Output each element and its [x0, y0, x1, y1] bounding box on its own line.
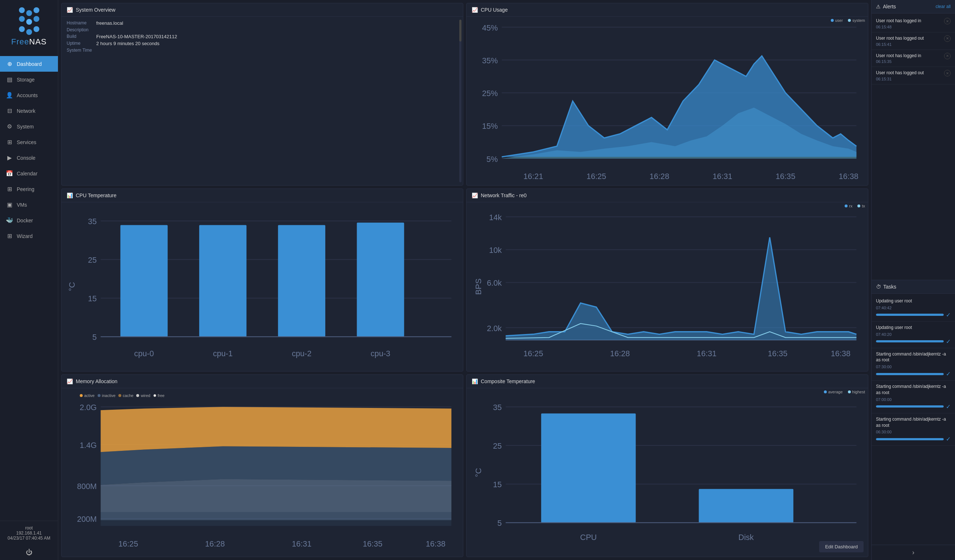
cpu-temp-chart: °C 35 25 15 5: [65, 204, 459, 369]
svg-text:cpu-2: cpu-2: [292, 349, 312, 359]
svg-marker-64: [100, 407, 451, 452]
alert-close-button[interactable]: ✕: [944, 35, 950, 42]
svg-text:°C: °C: [67, 282, 76, 291]
legend-system: system: [848, 18, 865, 23]
svg-text:14k: 14k: [489, 213, 502, 222]
composite-temperature-title: Composite Temperature: [481, 378, 535, 384]
cpu-chart-icon: 📈: [472, 7, 478, 13]
network-chart: BPS 14k 10k 6.0k 2.0k: [470, 204, 864, 369]
svg-text:5: 5: [92, 332, 97, 342]
task-description: Starting command /sbin/adjkerntz -a as r…: [876, 384, 950, 396]
alert-time: 06:15:31: [876, 77, 942, 81]
system-time-value: [96, 48, 458, 53]
network-traffic-body: rx tx BPS 14k 10k 6.0k 2.0k: [467, 202, 868, 371]
services-icon: ⊞: [6, 139, 13, 145]
memory-allocation-header: 📈 Memory Allocation: [61, 375, 463, 388]
svg-text:16:35: 16:35: [363, 539, 382, 548]
sidebar-item-network[interactable]: ⊟ Network: [0, 103, 58, 119]
tasks-section: ⏱ Tasks Updating user root 07:40:42 ✓ Up…: [872, 280, 955, 560]
cpu-temperature-body: °C 35 25 15 5: [61, 202, 463, 371]
sidebar-item-system-label: System: [17, 124, 34, 129]
svg-text:2.0G: 2.0G: [80, 402, 97, 412]
sidebar-item-wizard-label: Wizard: [17, 233, 33, 239]
sidebar-item-storage[interactable]: ▤ Storage: [0, 72, 58, 87]
sidebar-item-console-label: Console: [17, 155, 35, 161]
alert-content: User root has logged in 06:15:35: [876, 53, 942, 64]
svg-text:16:38: 16:38: [426, 539, 445, 548]
composite-temperature-body: average highest °C 35 25 15 5: [467, 388, 868, 557]
task-description: Updating user root: [876, 324, 950, 331]
task-time: 06:30:00: [876, 430, 950, 434]
svg-rect-79: [541, 413, 636, 523]
clear-all-button[interactable]: clear all: [936, 4, 950, 9]
sidebar-item-docker[interactable]: 🐳 Docker: [0, 212, 58, 228]
network-traffic-widget: 📈 Network Traffic - re0 rx tx BPS: [466, 189, 868, 371]
logo-dots: [11, 7, 47, 35]
network-icon: ⊟: [6, 107, 13, 114]
sidebar-item-accounts[interactable]: 👤 Accounts: [0, 87, 58, 103]
svg-marker-17: [502, 56, 857, 157]
sidebar-item-vms[interactable]: ▣ VMs: [0, 197, 58, 212]
svg-text:16:31: 16:31: [697, 349, 716, 359]
task-check-icon: ✓: [946, 338, 950, 345]
svg-text:5%: 5%: [486, 154, 498, 164]
sidebar-item-dashboard-label: Dashboard: [17, 61, 42, 67]
svg-text:16:35: 16:35: [768, 349, 787, 359]
alert-close-button[interactable]: ✕: [944, 18, 950, 24]
build-value: FreeNAS-10-MASTER-201703142112: [96, 34, 458, 39]
svg-text:16:21: 16:21: [523, 172, 543, 181]
svg-text:16:28: 16:28: [650, 172, 669, 181]
memory-chart-icon: 📈: [67, 378, 73, 384]
sidebar-item-dashboard[interactable]: ⊕ Dashboard: [0, 56, 58, 72]
alert-close-button[interactable]: ✕: [944, 70, 950, 76]
system-overview-scrollbar[interactable]: [459, 20, 462, 182]
logo-text: FreeNAS: [11, 37, 47, 47]
svg-text:25: 25: [493, 441, 502, 451]
sidebar-item-peering[interactable]: ⊞ Peering: [0, 181, 58, 197]
wizard-icon: ⊞: [6, 232, 13, 239]
sidebar-item-calendar[interactable]: 📅 Calendar: [0, 165, 58, 181]
svg-marker-63: [100, 446, 451, 485]
system-overview-body: Hostname freenas.local Description Build…: [61, 17, 463, 185]
progress-bar: [876, 438, 944, 440]
composite-temperature-header: 📊 Composite Temperature: [467, 375, 868, 388]
svg-text:16:31: 16:31: [712, 172, 732, 181]
sidebar-item-system[interactable]: ⚙ System: [0, 119, 58, 134]
logo: FreeNAS: [8, 4, 51, 50]
chart-line-icon: 📈: [67, 7, 73, 13]
alerts-list: User root has logged in 06:15:48 ✕ User …: [872, 14, 955, 280]
task-item: Updating user root 07:40:42 ✓: [872, 295, 955, 322]
svg-text:1.4G: 1.4G: [80, 440, 97, 450]
system-icon: ⚙: [6, 123, 13, 130]
peering-icon: ⊞: [6, 186, 13, 192]
memory-allocation-title: Memory Allocation: [76, 378, 117, 384]
alert-item: User root has logged out 06:15:41 ✕: [872, 33, 955, 50]
svg-text:BPS: BPS: [474, 278, 483, 295]
svg-text:5: 5: [498, 518, 502, 528]
alert-close-button[interactable]: ✕: [944, 53, 950, 59]
sidebar-item-services[interactable]: ⊞ Services: [0, 134, 58, 150]
svg-text:16:38: 16:38: [831, 349, 850, 359]
user-datetime: 04/23/17 07:40:45 AM: [5, 536, 53, 541]
edit-dashboard-button[interactable]: Edit Dashboard: [819, 541, 864, 552]
progress-bar: [876, 314, 944, 316]
svg-rect-27: [120, 225, 168, 337]
task-time: 07:30:00: [876, 365, 950, 369]
storage-icon: ▤: [6, 76, 13, 83]
sidebar-item-accounts-label: Accounts: [17, 92, 38, 98]
cpu-usage-title: CPU Usage: [481, 7, 508, 13]
composite-temperature-widget: 📊 Composite Temperature average highest …: [466, 374, 868, 557]
svg-text:16:35: 16:35: [776, 172, 795, 181]
alert-time: 06:15:35: [876, 59, 942, 64]
task-item: Starting command /sbin/adjkerntz -a as r…: [872, 413, 955, 446]
sidebar-item-wizard[interactable]: ⊞ Wizard: [0, 228, 58, 244]
legend-user: user: [831, 18, 843, 23]
svg-text:2.0k: 2.0k: [487, 323, 502, 333]
expand-tasks-button[interactable]: ›: [872, 545, 955, 560]
description-label: Description: [67, 27, 92, 33]
svg-text:16:28: 16:28: [205, 539, 225, 548]
power-button[interactable]: ⏻: [22, 545, 36, 560]
svg-marker-46: [506, 238, 856, 340]
sidebar-item-console[interactable]: ▶ Console: [0, 150, 58, 165]
svg-text:6.0k: 6.0k: [487, 278, 502, 288]
